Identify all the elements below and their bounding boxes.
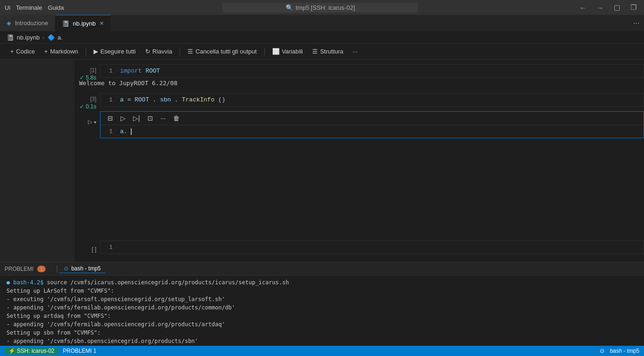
cell-3-code[interactable]: 1 a = ROOT . sbn . TrackInfo () [101,94,644,106]
terminal-line-7: - appending '/cvmfs/sbn.opensciencegrid.… [7,337,637,345]
nav-forward-button[interactable]: → [594,2,606,13]
cell-5-code[interactable]: 1 [101,241,644,254]
restart-button[interactable]: ↻ Riavvia [141,47,176,56]
terminal-prompt-0: ● bash-4.2$ [7,279,43,286]
add-icon: + [10,48,14,55]
search-text: tmp5 [SSH: icarus-02] [296,4,355,11]
variables-button[interactable]: ⬜ Variabili [268,47,307,56]
toolbar-sep-3 [264,47,265,56]
terminal-line-2: - executing '/cvmfs/larsoft.openscienceg… [7,295,637,303]
cell-4-run-icon[interactable]: ▷ [88,119,92,125]
cell-1-number: [1] [90,67,96,74]
breadcrumb-file-icon: 📓 [7,34,14,41]
cell-3-code-text: a = ROOT . sbn . TrackInfo () [120,96,225,103]
main-content: [1] ✓ 5.8s 1 import ROOT Welcome to Jupy… [0,60,644,262]
cell-1-body[interactable]: 1 import ROOT [100,64,644,78]
cell-toolbar-run[interactable]: ▷ [118,114,128,123]
cell-3-line-num: 1 [105,96,113,103]
titlebar-menu: Ui Terminale Guida [5,4,64,11]
search-icon: 🔍 [286,4,293,11]
cell-4-code-text[interactable]: a. [120,128,132,135]
tab-close-icon[interactable]: ✕ [100,20,104,27]
cell-4-var-a: a. [120,128,127,135]
terminal-line-3: - appending '/cvmfs/fermilab.openscience… [7,303,637,312]
terminal-content[interactable]: ● bash-4.2$ source /cvmfs/icarus.opensci… [0,275,644,346]
cell-3-number: [3] [90,96,96,102]
clear-icon: ☰ [188,48,193,55]
statusbar-terminal-icon: ⊙ [600,348,604,354]
notebook-area[interactable]: [1] ✓ 5.8s 1 import ROOT Welcome to Jupy… [74,60,644,262]
tab-bar: ◈ Introduzione 📓 nb.ipynb ✕ ··· [0,15,644,32]
cell-5[interactable]: [ ] 1 [74,241,644,254]
tab-introduzione[interactable]: ◈ Introduzione [0,15,55,31]
breadcrumb-a-label: a. [58,34,63,41]
cell-5-gutter: [ ] [74,241,100,253]
window-layout-button[interactable]: ▢ [611,2,623,13]
terminal-area: PROBLEMI 1 ⊙ bash - tmp5 ● bash-4.2$ sou… [0,262,644,346]
breadcrumb-sep: › [42,34,44,41]
cell-4-expand-icon[interactable]: ▾ [94,120,96,125]
cell-5-line-num: 1 [105,244,113,251]
terminal-tab-bash[interactable]: ⊙ bash - tmp5 [59,264,105,273]
add-markdown-button[interactable]: + Markdown [40,47,82,56]
cell-1-code[interactable]: 1 import ROOT [101,65,644,77]
tab-nb-ipynb[interactable]: 📓 nb.ipynb ✕ [55,15,111,31]
cell-4-body[interactable]: ⊟ ▷ ▷| ⊡ ··· 🗑 1 a. [100,111,644,138]
breadcrumb-a[interactable]: 🔷 [47,34,55,41]
toolbar-more-button[interactable]: ··· [349,47,362,56]
dot1: . [153,96,156,103]
tab-more-button[interactable]: ··· [629,15,644,31]
cell-3[interactable]: [3] ✓ 0.1s 1 a = ROOT . sbn . Tr [74,93,644,107]
var-a: a [120,96,124,103]
keyword-import: import [120,67,142,74]
codice-label: Codice [16,48,35,55]
breadcrumb-nb-ipynb[interactable]: nb.ipynb [17,34,40,41]
clear-all-button[interactable]: ☰ Cancella tutti gli output [184,47,261,56]
cursor [131,128,132,135]
structure-button[interactable]: ☰ Struttura [309,47,347,56]
code-ROOT: ROOT [146,67,160,74]
toolbar-sep-2 [180,47,180,56]
cell-4-gutter: ▷ ▾ [74,111,100,125]
cell-4-code[interactable]: 1 a. [101,125,644,138]
menu-ui[interactable]: Ui [5,4,10,11]
clear-label: Cancella tutti gli output [195,48,257,55]
problems-badge: 1 [37,266,46,272]
cell-5-body[interactable]: 1 [100,241,644,254]
problems-label[interactable]: PROBLEMI [5,266,34,272]
toolbar-sep-1 [86,47,86,56]
trackinfo-fn: TrackInfo [182,96,215,103]
cell-3-body[interactable]: 1 a = ROOT . sbn . TrackInfo () [100,93,644,107]
menu-guida[interactable]: Guida [48,4,64,11]
cell-toolbar-delete[interactable]: 🗑 [171,114,182,123]
cell-1-status-time: 5.8s [86,74,96,81]
menu-terminale[interactable]: Terminale [16,4,42,11]
terminal-line-4: Setting up artdaq from "CVMFS": [7,312,637,320]
add-markdown-icon: + [44,48,48,55]
root-ref: ROOT [134,96,149,103]
statusbar-problems-count: 1 [93,348,96,354]
run-all-label: Eseguire tutti [101,48,136,55]
cell-toolbar-more[interactable]: ··· [158,114,168,123]
search-bar[interactable]: 🔍 tmp5 [SSH: icarus-02] [222,3,418,13]
cell-1-output: Welcome to JupyROOT 6.22/08 [74,78,644,88]
cell-toolbar-run-below[interactable]: ▷| [131,114,142,123]
sidebar [0,60,74,262]
statusbar-problems-label: PROBLEMI [63,348,92,354]
run-all-button[interactable]: ▶ Eseguire tutti [90,47,140,56]
nav-back-button[interactable]: ← [577,2,589,13]
code-1-text: import ROOT [120,67,160,74]
cell-1[interactable]: [1] ✓ 5.8s 1 import ROOT Welcome to Jupy… [74,64,644,88]
window-close-button[interactable]: ❐ [628,2,639,13]
cell-4-toolbar: ⊟ ▷ ▷| ⊡ ··· 🗑 [101,112,644,125]
cell-toolbar-run-above[interactable]: ⊟ [105,114,115,123]
add-code-button[interactable]: + Codice [7,47,39,56]
tab-introduzione-label: Introduzione [15,20,48,27]
cell-toolbar-split[interactable]: ⊡ [145,114,155,123]
variables-label: Variabili [282,48,303,55]
statusbar-problems[interactable]: PROBLEMI 1 [63,348,96,354]
restart-label: Riavvia [153,48,173,55]
cell-4-line-num: 1 [105,128,113,135]
statusbar-ssh: ⚡ SSH: icarus-02 [5,347,58,355]
cell-4[interactable]: ▷ ▾ ⊟ ▷ ▷| ⊡ ··· 🗑 1 a. [74,111,644,138]
